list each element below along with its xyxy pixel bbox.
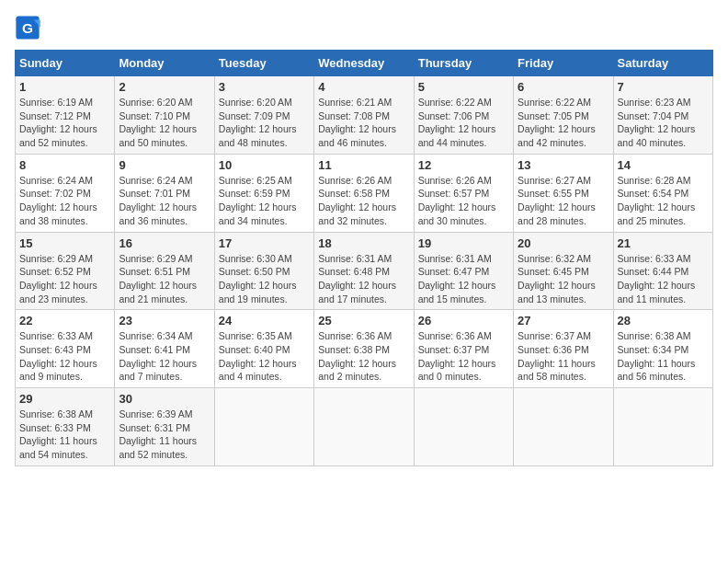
calendar-day: 18Sunrise: 6:31 AM Sunset: 6:48 PM Dayli… <box>314 232 414 310</box>
weekday-header-saturday: Saturday <box>613 51 712 76</box>
weekday-header-thursday: Thursday <box>414 51 513 76</box>
calendar-header: SundayMondayTuesdayWednesdayThursdayFrid… <box>16 51 713 76</box>
calendar-day: 19Sunrise: 6:31 AM Sunset: 6:47 PM Dayli… <box>414 232 513 310</box>
calendar-day: 30Sunrise: 6:39 AM Sunset: 6:31 PM Dayli… <box>115 388 214 466</box>
calendar-day: 1Sunrise: 6:19 AM Sunset: 7:12 PM Daylig… <box>16 76 115 155</box>
day-number: 6 <box>518 80 609 94</box>
day-info: Sunrise: 6:33 AM Sunset: 6:44 PM Dayligh… <box>618 252 709 306</box>
day-number: 1 <box>19 80 110 94</box>
day-number: 25 <box>318 314 409 327</box>
calendar-day: 4Sunrise: 6:21 AM Sunset: 7:08 PM Daylig… <box>314 76 414 155</box>
weekday-header-sunday: Sunday <box>16 51 115 76</box>
day-info: Sunrise: 6:26 AM Sunset: 6:58 PM Dayligh… <box>318 174 409 228</box>
calendar-day: 22Sunrise: 6:33 AM Sunset: 6:43 PM Dayli… <box>16 310 115 388</box>
calendar-day: 5Sunrise: 6:22 AM Sunset: 7:06 PM Daylig… <box>414 76 513 155</box>
logo-icon: G <box>15 15 40 40</box>
svg-text:G: G <box>22 20 33 36</box>
day-info: Sunrise: 6:35 AM Sunset: 6:40 PM Dayligh… <box>219 329 310 384</box>
day-number: 2 <box>119 80 210 94</box>
calendar-day: 2Sunrise: 6:20 AM Sunset: 7:10 PM Daylig… <box>115 76 214 155</box>
day-number: 28 <box>618 314 709 327</box>
calendar-day <box>214 388 313 466</box>
day-info: Sunrise: 6:36 AM Sunset: 6:38 PM Dayligh… <box>318 329 409 384</box>
calendar-day: 9Sunrise: 6:24 AM Sunset: 7:01 PM Daylig… <box>115 154 214 232</box>
day-info: Sunrise: 6:29 AM Sunset: 6:51 PM Dayligh… <box>119 252 210 306</box>
day-number: 7 <box>618 80 709 94</box>
day-info: Sunrise: 6:31 AM Sunset: 6:47 PM Dayligh… <box>418 252 509 306</box>
day-number: 30 <box>119 392 210 406</box>
calendar-day: 17Sunrise: 6:30 AM Sunset: 6:50 PM Dayli… <box>214 232 313 310</box>
day-number: 24 <box>219 314 310 327</box>
day-info: Sunrise: 6:23 AM Sunset: 7:04 PM Dayligh… <box>618 96 709 150</box>
day-info: Sunrise: 6:36 AM Sunset: 6:37 PM Dayligh… <box>418 329 509 384</box>
day-info: Sunrise: 6:39 AM Sunset: 6:31 PM Dayligh… <box>119 408 210 462</box>
day-info: Sunrise: 6:19 AM Sunset: 7:12 PM Dayligh… <box>19 96 110 150</box>
day-number: 17 <box>219 236 310 250</box>
calendar-day: 28Sunrise: 6:38 AM Sunset: 6:34 PM Dayli… <box>613 310 712 388</box>
day-number: 13 <box>518 158 609 172</box>
day-info: Sunrise: 6:21 AM Sunset: 7:08 PM Dayligh… <box>318 96 409 150</box>
calendar-day <box>414 388 513 466</box>
day-info: Sunrise: 6:24 AM Sunset: 7:01 PM Dayligh… <box>119 174 210 228</box>
calendar-day: 15Sunrise: 6:29 AM Sunset: 6:52 PM Dayli… <box>16 232 115 310</box>
day-info: Sunrise: 6:30 AM Sunset: 6:50 PM Dayligh… <box>219 252 310 306</box>
calendar-day: 7Sunrise: 6:23 AM Sunset: 7:04 PM Daylig… <box>613 76 712 155</box>
calendar-week-3: 15Sunrise: 6:29 AM Sunset: 6:52 PM Dayli… <box>16 232 713 310</box>
calendar-day: 11Sunrise: 6:26 AM Sunset: 6:58 PM Dayli… <box>314 154 414 232</box>
day-info: Sunrise: 6:29 AM Sunset: 6:52 PM Dayligh… <box>19 252 110 306</box>
day-number: 8 <box>19 158 110 172</box>
day-number: 11 <box>318 158 409 172</box>
calendar-day: 24Sunrise: 6:35 AM Sunset: 6:40 PM Dayli… <box>214 310 313 388</box>
calendar-day: 10Sunrise: 6:25 AM Sunset: 6:59 PM Dayli… <box>214 154 313 232</box>
calendar-day: 8Sunrise: 6:24 AM Sunset: 7:02 PM Daylig… <box>16 154 115 232</box>
day-number: 21 <box>618 236 709 250</box>
day-number: 10 <box>219 158 310 172</box>
calendar-day: 6Sunrise: 6:22 AM Sunset: 7:05 PM Daylig… <box>514 76 613 155</box>
calendar-day <box>613 388 712 466</box>
calendar-day: 23Sunrise: 6:34 AM Sunset: 6:41 PM Dayli… <box>115 310 214 388</box>
day-number: 18 <box>318 236 409 250</box>
day-number: 5 <box>418 80 509 94</box>
calendar-day <box>514 388 613 466</box>
day-number: 15 <box>19 236 110 250</box>
calendar-week-2: 8Sunrise: 6:24 AM Sunset: 7:02 PM Daylig… <box>16 154 713 232</box>
day-info: Sunrise: 6:27 AM Sunset: 6:55 PM Dayligh… <box>518 174 609 228</box>
day-info: Sunrise: 6:25 AM Sunset: 6:59 PM Dayligh… <box>219 174 310 228</box>
day-number: 12 <box>418 158 509 172</box>
weekday-header-tuesday: Tuesday <box>214 51 313 76</box>
day-number: 4 <box>318 80 409 94</box>
calendar-day: 12Sunrise: 6:26 AM Sunset: 6:57 PM Dayli… <box>414 154 513 232</box>
weekday-header-friday: Friday <box>514 51 613 76</box>
calendar-day: 14Sunrise: 6:28 AM Sunset: 6:54 PM Dayli… <box>613 154 712 232</box>
day-info: Sunrise: 6:32 AM Sunset: 6:45 PM Dayligh… <box>518 252 609 306</box>
calendar-week-5: 29Sunrise: 6:38 AM Sunset: 6:33 PM Dayli… <box>16 388 713 466</box>
calendar-day: 16Sunrise: 6:29 AM Sunset: 6:51 PM Dayli… <box>115 232 214 310</box>
logo: G <box>15 15 44 40</box>
calendar-day: 25Sunrise: 6:36 AM Sunset: 6:38 PM Dayli… <box>314 310 414 388</box>
day-number: 20 <box>518 236 609 250</box>
day-info: Sunrise: 6:37 AM Sunset: 6:36 PM Dayligh… <box>518 329 609 384</box>
calendar-day: 3Sunrise: 6:20 AM Sunset: 7:09 PM Daylig… <box>214 76 313 155</box>
day-number: 9 <box>119 158 210 172</box>
day-number: 22 <box>19 314 110 327</box>
weekday-header-wednesday: Wednesday <box>314 51 414 76</box>
day-info: Sunrise: 6:20 AM Sunset: 7:09 PM Dayligh… <box>219 96 310 150</box>
day-info: Sunrise: 6:26 AM Sunset: 6:57 PM Dayligh… <box>418 174 509 228</box>
calendar-week-4: 22Sunrise: 6:33 AM Sunset: 6:43 PM Dayli… <box>16 310 713 388</box>
day-info: Sunrise: 6:33 AM Sunset: 6:43 PM Dayligh… <box>19 329 110 384</box>
day-info: Sunrise: 6:22 AM Sunset: 7:06 PM Dayligh… <box>418 96 509 150</box>
day-info: Sunrise: 6:22 AM Sunset: 7:05 PM Dayligh… <box>518 96 609 150</box>
calendar-day: 26Sunrise: 6:36 AM Sunset: 6:37 PM Dayli… <box>414 310 513 388</box>
day-number: 14 <box>618 158 709 172</box>
weekday-header-monday: Monday <box>115 51 214 76</box>
calendar-week-1: 1Sunrise: 6:19 AM Sunset: 7:12 PM Daylig… <box>16 76 713 155</box>
day-number: 29 <box>19 392 110 406</box>
calendar-day: 21Sunrise: 6:33 AM Sunset: 6:44 PM Dayli… <box>613 232 712 310</box>
day-number: 27 <box>518 314 609 327</box>
day-info: Sunrise: 6:38 AM Sunset: 6:34 PM Dayligh… <box>618 329 709 384</box>
day-number: 16 <box>119 236 210 250</box>
day-number: 3 <box>219 80 310 94</box>
day-info: Sunrise: 6:20 AM Sunset: 7:10 PM Dayligh… <box>119 96 210 150</box>
day-info: Sunrise: 6:31 AM Sunset: 6:48 PM Dayligh… <box>318 252 409 306</box>
calendar-day: 27Sunrise: 6:37 AM Sunset: 6:36 PM Dayli… <box>514 310 613 388</box>
